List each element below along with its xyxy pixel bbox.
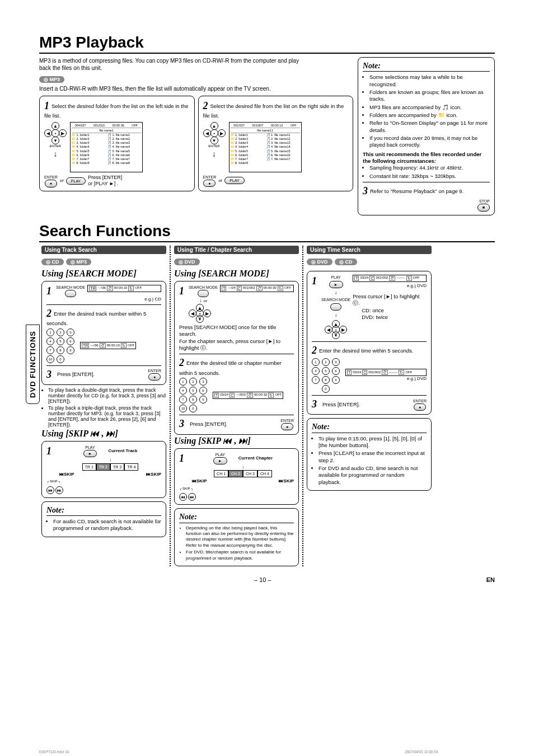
search-mode-button-c[interactable] xyxy=(198,290,209,297)
note-list: Some selections may take a while to be r… xyxy=(363,74,490,148)
dpad-icon-c: ▲ ◀ ● ▶ ▼ xyxy=(189,304,211,323)
dpad-icon-t: ▲ ◀ ● ▶ ▼ xyxy=(325,320,347,339)
rule-2 xyxy=(39,241,495,242)
insert-line: Insert a CD-RW/-R with MP3 files, then t… xyxy=(39,85,353,92)
skip-play-c[interactable]: ► xyxy=(213,457,227,464)
filelist-1: 004/027 001/013 00:00:36 OFF file name1 … xyxy=(70,122,143,172)
step2-box: 2Select the desired file from the list o… xyxy=(198,96,354,191)
enter-button-t[interactable]: ● xyxy=(148,373,161,381)
search-mode-button[interactable] xyxy=(65,290,76,297)
number-pad-c[interactable]: 123 456 789 100 xyxy=(179,378,208,412)
enter-button[interactable]: ● xyxy=(45,180,57,187)
play-button[interactable]: PLAY xyxy=(66,177,86,185)
time-search-mode[interactable] xyxy=(330,303,341,311)
step2-text: Select the desired file from the list on… xyxy=(203,103,344,119)
enter-button-time[interactable]: ● xyxy=(414,403,426,411)
note-title: Note: xyxy=(363,61,490,72)
mp3-intro: MP3 is a method of compressing files. Yo… xyxy=(39,57,308,72)
number-pad-t[interactable]: 123 456 789 0 xyxy=(312,358,341,393)
time-play[interactable]: ► xyxy=(329,281,343,288)
badge-mp3: MP3 xyxy=(39,76,64,83)
stop-button[interactable]: ■ xyxy=(477,204,490,211)
step1-text: Select the desired folder from the list … xyxy=(44,103,189,119)
footer: – 10 – EN xyxy=(39,576,495,583)
skip-next[interactable]: ⏭ xyxy=(55,486,63,494)
filelist-2: 001/027 001/007 00:00:12 OFF file name11… xyxy=(229,122,302,172)
chapter-col: Using Title / Chapter Search DVD Using [… xyxy=(172,246,301,566)
skip-next-c[interactable]: ⏭ xyxy=(188,493,196,501)
dpad-icon-2: ▲ ◀ ● ▶ ▼ ENTER xyxy=(203,122,226,172)
play-button-2[interactable]: PLAY xyxy=(224,177,244,184)
note-box: Note: Some selections may take a while t… xyxy=(358,57,495,215)
search-title: Search Functions xyxy=(39,222,495,240)
skip-play[interactable]: ► xyxy=(83,450,97,457)
enter-button-2[interactable]: ● xyxy=(203,180,216,187)
step1-box: 1Select the desired folder from the list… xyxy=(39,96,195,191)
sidebar-tab: DVD FUNCTIONS xyxy=(26,325,40,404)
rule xyxy=(39,53,495,54)
track-col: Using Track Search CD MP3 Using [SEARCH … xyxy=(39,246,168,566)
number-pad[interactable]: 123 456 789 100 xyxy=(46,328,76,363)
step1-num: 1 xyxy=(44,100,49,111)
time-col: Using Time Search DVD CD 1 PLAY ► ↓ SEAR… xyxy=(305,246,434,566)
mp3-title: MP3 Playback xyxy=(39,34,495,51)
dpad-icon: ▲ ◀ ● ▶ ▼ ENTER xyxy=(44,122,67,172)
skip-prev[interactable]: ⏮ xyxy=(46,486,54,494)
step2-num: 2 xyxy=(203,100,208,111)
track-bar: Using Track Search xyxy=(41,246,166,254)
enter-button-c[interactable]: ● xyxy=(281,423,293,430)
skip-prev-c[interactable]: ⏮ xyxy=(179,493,187,501)
